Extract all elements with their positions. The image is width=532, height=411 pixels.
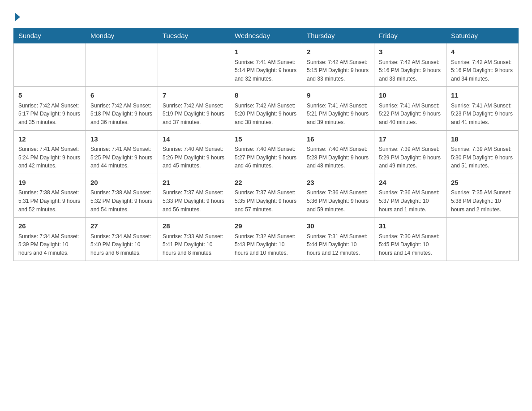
calendar-cell: 20Sunrise: 7:38 AM Sunset: 5:32 PM Dayli…	[86, 174, 158, 217]
calendar-week-row: 5Sunrise: 7:42 AM Sunset: 5:17 PM Daylig…	[14, 87, 519, 130]
day-number: 29	[235, 221, 297, 231]
calendar-cell: 2Sunrise: 7:42 AM Sunset: 5:15 PM Daylig…	[302, 43, 374, 87]
day-number: 23	[307, 178, 369, 188]
day-info: Sunrise: 7:31 AM Sunset: 5:44 PM Dayligh…	[307, 232, 369, 257]
day-info: Sunrise: 7:30 AM Sunset: 5:45 PM Dayligh…	[379, 232, 442, 257]
day-info: Sunrise: 7:42 AM Sunset: 5:18 PM Dayligh…	[90, 102, 153, 127]
day-info: Sunrise: 7:34 AM Sunset: 5:40 PM Dayligh…	[90, 232, 153, 257]
day-info: Sunrise: 7:42 AM Sunset: 5:19 PM Dayligh…	[163, 102, 225, 127]
day-info: Sunrise: 7:41 AM Sunset: 5:25 PM Dayligh…	[90, 145, 153, 170]
logo	[13, 9, 20, 20]
day-number: 18	[451, 134, 514, 145]
calendar-cell: 7Sunrise: 7:42 AM Sunset: 5:19 PM Daylig…	[158, 87, 230, 130]
calendar-week-row: 12Sunrise: 7:41 AM Sunset: 5:24 PM Dayli…	[14, 130, 519, 174]
logo-arrow-icon	[15, 13, 20, 21]
day-info: Sunrise: 7:37 AM Sunset: 5:33 PM Dayligh…	[163, 188, 225, 214]
calendar-cell: 12Sunrise: 7:41 AM Sunset: 5:24 PM Dayli…	[14, 130, 86, 174]
calendar-cell	[86, 43, 158, 87]
day-info: Sunrise: 7:41 AM Sunset: 5:14 PM Dayligh…	[235, 58, 297, 83]
calendar-cell: 29Sunrise: 7:32 AM Sunset: 5:43 PM Dayli…	[230, 218, 302, 261]
calendar-cell: 3Sunrise: 7:42 AM Sunset: 5:16 PM Daylig…	[374, 43, 446, 87]
calendar-cell: 25Sunrise: 7:35 AM Sunset: 5:38 PM Dayli…	[446, 174, 519, 217]
day-number: 8	[235, 90, 297, 101]
day-info: Sunrise: 7:32 AM Sunset: 5:43 PM Dayligh…	[235, 232, 297, 257]
day-number: 25	[451, 178, 514, 188]
calendar-cell: 11Sunrise: 7:41 AM Sunset: 5:23 PM Dayli…	[446, 87, 519, 130]
calendar-cell: 9Sunrise: 7:41 AM Sunset: 5:21 PM Daylig…	[302, 87, 374, 130]
calendar-cell	[158, 43, 230, 87]
calendar-cell	[446, 218, 519, 261]
day-info: Sunrise: 7:41 AM Sunset: 5:24 PM Dayligh…	[18, 145, 81, 170]
calendar-cell: 1Sunrise: 7:41 AM Sunset: 5:14 PM Daylig…	[230, 43, 302, 87]
day-number: 4	[451, 47, 514, 57]
calendar-header-row: SundayMondayTuesdayWednesdayThursdayFrid…	[14, 28, 519, 43]
day-number: 15	[235, 134, 297, 145]
calendar-cell: 24Sunrise: 7:36 AM Sunset: 5:37 PM Dayli…	[374, 174, 446, 217]
calendar-cell: 28Sunrise: 7:33 AM Sunset: 5:41 PM Dayli…	[158, 218, 230, 261]
day-info: Sunrise: 7:36 AM Sunset: 5:36 PM Dayligh…	[307, 188, 369, 214]
day-number: 13	[90, 134, 153, 145]
day-info: Sunrise: 7:38 AM Sunset: 5:32 PM Dayligh…	[90, 188, 153, 214]
calendar-cell: 15Sunrise: 7:40 AM Sunset: 5:27 PM Dayli…	[230, 130, 302, 174]
column-header-thursday: Thursday	[302, 28, 374, 43]
day-number: 3	[379, 47, 442, 57]
calendar-cell: 27Sunrise: 7:34 AM Sunset: 5:40 PM Dayli…	[86, 218, 158, 261]
day-number: 31	[379, 221, 442, 231]
day-number: 26	[18, 221, 81, 231]
calendar-cell: 21Sunrise: 7:37 AM Sunset: 5:33 PM Dayli…	[158, 174, 230, 217]
calendar-cell: 22Sunrise: 7:37 AM Sunset: 5:35 PM Dayli…	[230, 174, 302, 217]
day-info: Sunrise: 7:39 AM Sunset: 5:30 PM Dayligh…	[451, 145, 514, 170]
day-number: 12	[18, 134, 81, 145]
column-header-wednesday: Wednesday	[230, 28, 302, 43]
day-info: Sunrise: 7:42 AM Sunset: 5:17 PM Dayligh…	[18, 102, 81, 127]
day-info: Sunrise: 7:35 AM Sunset: 5:38 PM Dayligh…	[451, 188, 514, 214]
day-info: Sunrise: 7:42 AM Sunset: 5:16 PM Dayligh…	[451, 58, 514, 83]
day-number: 1	[235, 47, 297, 57]
day-number: 10	[379, 90, 442, 101]
calendar-cell: 6Sunrise: 7:42 AM Sunset: 5:18 PM Daylig…	[86, 87, 158, 130]
calendar-cell: 5Sunrise: 7:42 AM Sunset: 5:17 PM Daylig…	[14, 87, 86, 130]
day-info: Sunrise: 7:37 AM Sunset: 5:35 PM Dayligh…	[235, 188, 297, 214]
day-number: 17	[379, 134, 442, 145]
day-number: 9	[307, 90, 369, 101]
day-info: Sunrise: 7:33 AM Sunset: 5:41 PM Dayligh…	[163, 232, 225, 257]
page-header	[13, 9, 519, 20]
day-number: 5	[18, 90, 81, 101]
calendar-cell: 31Sunrise: 7:30 AM Sunset: 5:45 PM Dayli…	[374, 218, 446, 261]
calendar-cell: 14Sunrise: 7:40 AM Sunset: 5:26 PM Dayli…	[158, 130, 230, 174]
calendar-cell: 8Sunrise: 7:42 AM Sunset: 5:20 PM Daylig…	[230, 87, 302, 130]
calendar-week-row: 26Sunrise: 7:34 AM Sunset: 5:39 PM Dayli…	[14, 218, 519, 261]
calendar-cell: 30Sunrise: 7:31 AM Sunset: 5:44 PM Dayli…	[302, 218, 374, 261]
day-info: Sunrise: 7:42 AM Sunset: 5:16 PM Dayligh…	[379, 58, 442, 83]
day-number: 22	[235, 178, 297, 188]
column-header-saturday: Saturday	[446, 28, 519, 43]
day-number: 2	[307, 47, 369, 57]
day-info: Sunrise: 7:34 AM Sunset: 5:39 PM Dayligh…	[18, 232, 81, 257]
day-info: Sunrise: 7:40 AM Sunset: 5:28 PM Dayligh…	[307, 145, 369, 170]
calendar-cell: 16Sunrise: 7:40 AM Sunset: 5:28 PM Dayli…	[302, 130, 374, 174]
day-info: Sunrise: 7:42 AM Sunset: 5:15 PM Dayligh…	[307, 58, 369, 83]
day-number: 19	[18, 178, 81, 188]
day-number: 14	[163, 134, 225, 145]
day-number: 20	[90, 178, 153, 188]
day-number: 16	[307, 134, 369, 145]
day-info: Sunrise: 7:40 AM Sunset: 5:27 PM Dayligh…	[235, 145, 297, 170]
day-info: Sunrise: 7:39 AM Sunset: 5:29 PM Dayligh…	[379, 145, 442, 170]
calendar-cell: 4Sunrise: 7:42 AM Sunset: 5:16 PM Daylig…	[446, 43, 519, 87]
day-info: Sunrise: 7:41 AM Sunset: 5:22 PM Dayligh…	[379, 102, 442, 127]
column-header-friday: Friday	[374, 28, 446, 43]
calendar-week-row: 19Sunrise: 7:38 AM Sunset: 5:31 PM Dayli…	[14, 174, 519, 217]
calendar-cell: 23Sunrise: 7:36 AM Sunset: 5:36 PM Dayli…	[302, 174, 374, 217]
calendar-cell: 10Sunrise: 7:41 AM Sunset: 5:22 PM Dayli…	[374, 87, 446, 130]
calendar-cell: 13Sunrise: 7:41 AM Sunset: 5:25 PM Dayli…	[86, 130, 158, 174]
day-number: 11	[451, 90, 514, 101]
day-info: Sunrise: 7:41 AM Sunset: 5:23 PM Dayligh…	[451, 102, 514, 127]
day-number: 28	[163, 221, 225, 231]
day-info: Sunrise: 7:40 AM Sunset: 5:26 PM Dayligh…	[163, 145, 225, 170]
day-info: Sunrise: 7:41 AM Sunset: 5:21 PM Dayligh…	[307, 102, 369, 127]
column-header-sunday: Sunday	[14, 28, 86, 43]
calendar-cell: 19Sunrise: 7:38 AM Sunset: 5:31 PM Dayli…	[14, 174, 86, 217]
day-number: 27	[90, 221, 153, 231]
day-number: 6	[90, 90, 153, 101]
calendar-cell: 18Sunrise: 7:39 AM Sunset: 5:30 PM Dayli…	[446, 130, 519, 174]
